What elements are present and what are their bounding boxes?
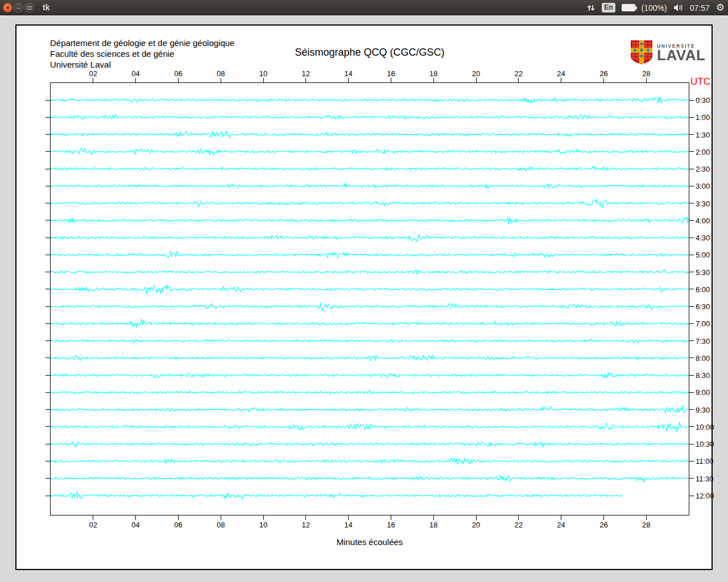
x-tick-label-top: 04 — [127, 69, 144, 78]
utc-time-label: 10:30 — [696, 440, 723, 448]
maximize-button[interactable] — [24, 3, 34, 13]
x-tick-label-top: 06 — [169, 69, 187, 78]
x-tick-label-bottom: 24 — [553, 521, 570, 529]
seismogram-trace — [51, 131, 688, 138]
trace-tick-right — [689, 409, 694, 410]
trace-tick-left — [46, 117, 50, 118]
system-tray: En (100%) 07:57 ⚙ — [586, 0, 725, 15]
utc-time-label: 9:30 — [696, 406, 723, 414]
logo-laval-label: LAVAL — [657, 49, 705, 61]
x-tick-label-top: 24 — [553, 69, 570, 78]
titlebar[interactable]: × – tk En (100%) 07:57 ⚙ — [0, 0, 728, 15]
trace-tick-right — [689, 496, 694, 496]
utc-time-label: 6:30 — [696, 302, 723, 311]
utc-time-label: 2:00 — [696, 148, 723, 156]
trace-tick-right — [689, 392, 694, 393]
minimize-button[interactable]: – — [14, 3, 23, 13]
seismogram-trace — [51, 492, 622, 500]
laval-crest-icon — [630, 40, 653, 65]
x-tick-top — [476, 78, 477, 82]
x-tick-top — [263, 78, 264, 82]
trace-tick-left — [46, 392, 50, 393]
x-tick-label-top: 12 — [297, 69, 315, 78]
trace-tick-left — [46, 426, 50, 427]
x-tick-label-bottom: 26 — [595, 521, 612, 529]
utc-time-label: 5:30 — [696, 268, 723, 277]
x-tick-top — [93, 78, 93, 82]
utc-time-label: 7:00 — [696, 319, 723, 328]
seismogram-trace — [51, 390, 688, 394]
x-tick-label-bottom: 22 — [510, 521, 527, 529]
trace-tick-left — [46, 203, 50, 203]
trace-tick-right — [689, 100, 694, 101]
session-gear-icon[interactable]: ⚙ — [716, 3, 725, 13]
header-line-2: Faculté des sciences et de génie — [50, 48, 234, 59]
trace-tick-right — [689, 169, 694, 169]
trace-tick-right — [689, 426, 694, 427]
seismogram-trace — [51, 148, 688, 155]
x-tick-label-top: 28 — [638, 69, 655, 78]
x-tick-bottom — [93, 516, 93, 520]
header-block: Département de géologie et de génie géol… — [50, 38, 234, 70]
x-tick-bottom — [518, 516, 519, 520]
trace-tick-right — [689, 444, 694, 444]
keyboard-layout-indicator[interactable]: En — [602, 3, 615, 13]
utc-time-label: 3:30 — [696, 199, 723, 208]
x-axis-title: Minutes écoulées — [284, 537, 455, 547]
utc-time-label: 11:30 — [696, 475, 723, 483]
seismogram-trace — [51, 339, 688, 343]
clock[interactable]: 07:57 — [690, 3, 710, 13]
x-tick-label-bottom: 04 — [127, 521, 144, 529]
x-tick-bottom — [476, 516, 477, 520]
trace-tick-left — [46, 134, 50, 135]
seismogram-plot-frame — [50, 82, 689, 516]
x-tick-top — [305, 78, 306, 82]
trace-tick-left — [46, 255, 50, 255]
trace-tick-right — [689, 203, 694, 203]
x-tick-label-bottom: 16 — [382, 521, 399, 529]
trace-tick-right — [689, 306, 694, 307]
seismogram-trace — [51, 405, 688, 413]
x-tick-label-top: 14 — [340, 69, 357, 78]
battery-icon[interactable] — [622, 4, 635, 11]
plot-title: Séismographe QCQ (CGC/GSC) — [256, 47, 483, 59]
x-tick-top — [603, 78, 604, 82]
seismogram-trace — [51, 285, 688, 294]
volume-icon[interactable] — [673, 3, 684, 12]
trace-tick-right — [689, 272, 694, 272]
x-tick-label-top: 10 — [255, 69, 272, 78]
seismogram-trace — [51, 251, 688, 259]
battery-percent-label[interactable]: (100%) — [642, 3, 667, 13]
network-arrows-icon[interactable] — [586, 3, 595, 13]
seismogram-trace — [51, 303, 688, 311]
seismogram-trace — [51, 97, 688, 103]
utc-time-label: 1:00 — [696, 113, 723, 122]
utc-axis-label: UTC — [690, 76, 710, 88]
trace-tick-right — [689, 134, 694, 135]
seismogram-trace — [51, 442, 688, 447]
seismogram-trace — [51, 218, 688, 225]
trace-tick-right — [689, 186, 694, 186]
trace-tick-left — [46, 100, 50, 101]
utc-time-label: 0:30 — [696, 96, 723, 105]
utc-time-label: 3:00 — [696, 182, 723, 190]
x-tick-label-bottom: 28 — [638, 521, 655, 529]
trace-tick-right — [689, 323, 694, 324]
x-tick-bottom — [178, 516, 179, 520]
seismogram-trace — [51, 355, 688, 361]
x-tick-label-bottom: 02 — [85, 521, 102, 529]
x-tick-top — [391, 78, 391, 82]
seismograph-canvas: Département de géologie et de génie géol… — [15, 24, 713, 570]
utc-time-label: 11:00 — [696, 457, 723, 465]
trace-tick-left — [46, 272, 50, 272]
x-tick-label-bottom: 20 — [468, 521, 485, 529]
x-tick-bottom — [263, 516, 264, 520]
trace-tick-left — [46, 409, 50, 410]
seismogram-traces — [51, 83, 689, 515]
x-tick-top — [135, 78, 136, 82]
close-button[interactable]: × — [3, 3, 13, 13]
trace-tick-right — [689, 340, 694, 341]
trace-tick-left — [46, 357, 50, 358]
x-tick-label-bottom: 10 — [255, 521, 272, 529]
utc-time-label: 2:30 — [696, 165, 723, 173]
